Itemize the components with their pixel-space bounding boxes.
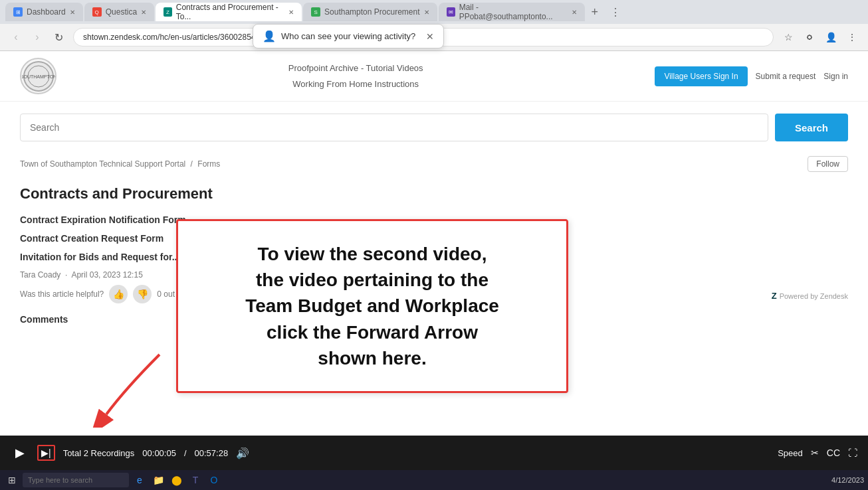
new-tab-button[interactable]: +: [586, 5, 604, 19]
reload-button[interactable]: ↻: [49, 28, 68, 46]
tab-close-dashboard[interactable]: ✕: [70, 9, 75, 16]
breadcrumb-home[interactable]: Town of Southampton Technical Support Po…: [20, 159, 185, 169]
menu-button[interactable]: ⋮: [843, 28, 861, 46]
browser-actions: ☆ ⭘ 👤 ⋮: [779, 28, 861, 46]
tab-label-southampton: Southampton Procurement: [324, 7, 419, 17]
tab-close-southampton[interactable]: ✕: [424, 9, 429, 16]
viewing-close-button[interactable]: ✕: [426, 31, 434, 42]
taskbar-icon-chrome[interactable]: ⬤: [169, 472, 185, 488]
header-actions: Village Users Sign In Submit a request S…: [655, 66, 848, 86]
recordings-label: Total 2 Recordings: [63, 448, 135, 458]
breadcrumb: Town of Southampton Technical Support Po…: [20, 159, 220, 169]
volume-icon[interactable]: 🔊: [236, 447, 249, 459]
helpful-no-button[interactable]: 👎: [133, 285, 152, 303]
scissors-button[interactable]: ✂: [811, 448, 819, 458]
player-right-controls: ✂ CC ⛶: [811, 448, 857, 458]
back-button[interactable]: ‹: [7, 28, 25, 46]
follow-button[interactable]: Follow: [808, 156, 848, 172]
zendesk-logo-icon: Z: [772, 291, 777, 301]
next-icon: ▶|: [41, 448, 51, 458]
logo-area: SOUTHAMPTON: [20, 58, 56, 94]
taskbar-icon-outlook[interactable]: O: [206, 472, 222, 488]
taskbar-icon-files[interactable]: 📁: [150, 472, 166, 488]
tab-mail[interactable]: ✉ Mail - PPobat@southamptonto... ✕: [439, 3, 585, 21]
tab-label-contracts: Contracts and Procurement - To...: [176, 3, 284, 21]
current-time: 00:00:05: [142, 448, 176, 458]
video-player-bar: ▶ ▶| Total 2 Recordings 00:00:05 / 00:57…: [0, 436, 868, 470]
helpful-yes-button[interactable]: 👍: [109, 285, 128, 303]
tab-favicon-questica: Q: [92, 7, 102, 17]
article-date: April 03, 2023 12:15: [71, 270, 142, 280]
sign-in-button[interactable]: Sign in: [823, 72, 848, 81]
breadcrumb-row: Town of Southampton Technical Support Po…: [0, 153, 868, 175]
search-section: Search: [0, 102, 868, 153]
tab-contracts[interactable]: Z Contracts and Procurement - To... ✕: [156, 3, 302, 21]
captions-button[interactable]: CC: [827, 448, 840, 458]
tab-close-mail[interactable]: ✕: [572, 9, 577, 16]
tab-label-mail: Mail - PPobat@southamptonto...: [459, 3, 568, 21]
tab-label-dashboard: Dashboard: [27, 7, 66, 17]
taskbar-icon-teams[interactable]: T: [187, 472, 203, 488]
breadcrumb-current[interactable]: Forms: [197, 159, 220, 169]
tab-dashboard[interactable]: ⊞ Dashboard ✕: [5, 3, 83, 21]
tab-close-contracts[interactable]: ✕: [288, 9, 294, 16]
search-input[interactable]: [20, 114, 768, 141]
svg-text:SOUTHAMPTON: SOUTHAMPTON: [22, 74, 55, 79]
tab-southampton[interactable]: S Southampton Procurement ✕: [303, 3, 437, 21]
nav-buttons: ‹ › ↻: [7, 28, 68, 46]
tab-favicon-southampton: S: [311, 7, 320, 17]
speed-label: Speed: [778, 448, 803, 458]
tab-favicon-contracts: Z: [163, 7, 172, 17]
powered-by: Z Powered by Zendesk: [772, 291, 848, 301]
total-time: 00:57:28: [195, 448, 229, 458]
start-button[interactable]: ⊞: [4, 472, 20, 488]
time-separator: /: [184, 448, 187, 458]
bookmark-button[interactable]: ☆: [779, 28, 798, 46]
search-button[interactable]: Search: [775, 114, 848, 141]
helpful-label: Was this article helpful?: [20, 289, 104, 299]
tab-label-questica: Questica: [106, 7, 137, 17]
header-link-proofpoint[interactable]: Proofpoint Archive - Tutorial Videos: [70, 60, 641, 76]
page-title: Contracts and Procurement: [20, 185, 848, 203]
taskbar-search-input[interactable]: [23, 473, 129, 487]
person-icon: 👤: [263, 30, 276, 42]
header-links: Proofpoint Archive - Tutorial Videos Wor…: [56, 60, 655, 92]
viewing-activity-tooltip: 👤 Who can see your viewing activity? ✕: [253, 24, 444, 48]
extension-button[interactable]: ⭘: [800, 28, 819, 46]
article-author: Tara Coady: [20, 270, 60, 280]
tab-favicon-mail: ✉: [447, 7, 455, 17]
village-signin-button[interactable]: Village Users Sign In: [655, 66, 747, 86]
forward-button[interactable]: ›: [28, 28, 47, 46]
site-logo: SOUTHAMPTON: [20, 58, 56, 94]
windows-taskbar: ⊞ e 📁 ⬤ T O 4/12/2023: [0, 470, 868, 490]
taskbar-time: 4/12/2023: [831, 476, 864, 484]
tab-bar: ⊞ Dashboard ✕ Q Questica ✕ Z Contracts a…: [0, 0, 868, 24]
next-recording-button[interactable]: ▶|: [37, 445, 55, 461]
video-tooltip-text: To view the second video, the video pert…: [205, 241, 540, 371]
viewing-tooltip-text: Who can see your viewing activity?: [281, 31, 415, 41]
tab-questica[interactable]: Q Questica ✕: [84, 3, 154, 21]
powered-by-text: Powered by Zendesk: [780, 292, 848, 300]
submit-request-button[interactable]: Submit a request: [756, 72, 816, 81]
site-header: SOUTHAMPTON Proofpoint Archive - Tutoria…: [0, 51, 868, 102]
header-link-work-from-home[interactable]: Working From Home Instructions: [70, 76, 641, 92]
red-arrow-indicator: [86, 348, 179, 430]
tab-close-questica[interactable]: ✕: [141, 9, 146, 16]
play-button[interactable]: ▶: [11, 444, 29, 462]
tab-favicon-dashboard: ⊞: [13, 7, 23, 17]
fullscreen-button[interactable]: ⛶: [848, 448, 857, 458]
breadcrumb-separator: /: [191, 159, 193, 169]
tab-menu-button[interactable]: ⋮: [605, 6, 626, 19]
video-tooltip-overlay: To view the second video, the video pert…: [176, 219, 568, 393]
profile-button[interactable]: 👤: [821, 28, 840, 46]
taskbar-icon-edge[interactable]: e: [132, 472, 148, 488]
